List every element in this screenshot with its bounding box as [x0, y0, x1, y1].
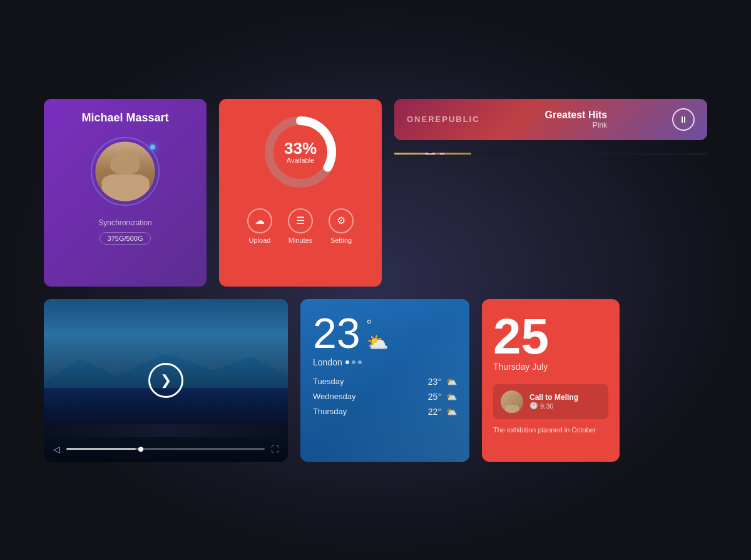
- music-info: Greatest Hits Pink: [545, 109, 608, 130]
- music-artist: Pink: [545, 121, 608, 130]
- city-name: London: [313, 357, 342, 367]
- profile-avatar-wrap: [91, 137, 160, 206]
- calendar-card: 25 Thursday July Call to Meling 🕐 9:30 T…: [482, 299, 620, 462]
- calendar-day-info: Thursday July: [493, 362, 608, 372]
- day-thursday: Thursday: [313, 407, 428, 416]
- donut-chart: 33% Available: [260, 111, 341, 193]
- pause-button[interactable]: ⏸: [672, 108, 695, 131]
- day-wednesday: Wednesday: [313, 392, 428, 401]
- icon-thursday: ⛅: [446, 407, 457, 417]
- video-controls: ◁ ⛶: [44, 437, 288, 462]
- photo-dog[interactable]: 🐕: [394, 153, 471, 155]
- temp-wednesday: 25°: [428, 392, 441, 402]
- progress-dot: [138, 447, 143, 452]
- rewind-button[interactable]: ◁: [53, 444, 60, 454]
- music-album: Greatest Hits: [545, 109, 608, 121]
- music-content: ONEREPUBLIC Greatest Hits Pink ⏸: [394, 99, 707, 140]
- play-button[interactable]: ❯: [148, 363, 183, 398]
- fullscreen-button[interactable]: ⛶: [271, 445, 278, 454]
- setting-action[interactable]: ⚙ Setting: [329, 208, 354, 244]
- music-card: ONEREPUBLIC Greatest Hits Pink ⏸: [394, 99, 707, 140]
- calendar-event[interactable]: Call to Meling 🕐 9:30: [493, 384, 608, 419]
- donut-available-label: Available: [284, 156, 317, 164]
- calendar-day-number: 25: [493, 312, 608, 362]
- progress-thumb: [66, 448, 136, 450]
- avatar: [96, 141, 155, 201]
- nav-dot-1[interactable]: [345, 360, 349, 364]
- sync-label: Synchronization: [98, 218, 151, 227]
- donut-center: 33% Available: [284, 140, 317, 164]
- donut-percent: 33%: [284, 140, 317, 156]
- weather-right: ° ⛅: [367, 312, 389, 353]
- minutes-icon: ☰: [288, 208, 313, 233]
- forecast-row-tuesday: Tuesday 23° ⛅: [313, 377, 457, 387]
- degree-symbol: °: [367, 318, 372, 332]
- weather-temperature: 23: [313, 312, 360, 354]
- upload-label: Upload: [249, 237, 271, 244]
- icon-wednesday: ⛅: [446, 392, 457, 402]
- day-tuesday: Tuesday: [313, 377, 428, 386]
- upload-action[interactable]: ☁ Upload: [247, 208, 272, 244]
- forecast-row-thursday: Thursday 22° ⛅: [313, 407, 457, 417]
- donut-card: 33% Available ☁ Upload ☰ Minutes ⚙ Setti…: [219, 99, 382, 287]
- temp-thursday: 22°: [428, 407, 441, 417]
- upload-icon: ☁: [247, 208, 272, 233]
- profile-name: Michael Massart: [81, 111, 168, 125]
- profile-card: Michael Massart Synchronization 375G/500…: [44, 99, 207, 287]
- event-time-value: 9:30: [540, 402, 553, 410]
- storage-badge: 375G/500G: [100, 232, 151, 245]
- nav-dot-3[interactable]: [358, 360, 362, 364]
- photo-grid: 🐕: [394, 153, 707, 155]
- calendar-note: The exhibition planned in October: [493, 425, 608, 435]
- avatar-face: [96, 141, 155, 201]
- weather-nav-dots: [345, 360, 362, 364]
- nav-dot-2[interactable]: [352, 360, 355, 364]
- minutes-label: Minutes: [289, 237, 313, 244]
- setting-icon: ⚙: [329, 208, 354, 233]
- setting-label: Setting: [330, 237, 352, 244]
- video-progress-bar[interactable]: [66, 448, 265, 450]
- icon-tuesday: ⛅: [446, 377, 457, 387]
- calendar-month-val: July: [532, 362, 548, 372]
- event-avatar: [501, 390, 523, 413]
- video-card: ❯ ◁ ⛶: [44, 299, 288, 462]
- weather-main: 23 ° ⛅: [313, 312, 457, 354]
- weather-city: London: [313, 357, 457, 367]
- temp-tuesday: 23°: [428, 377, 441, 387]
- event-details: Call to Meling 🕐 9:30: [529, 393, 601, 410]
- weather-icon: ⛅: [367, 332, 389, 353]
- clock-icon: 🕐: [529, 402, 538, 410]
- forecast-row-wednesday: Wednesday 25° ⛅: [313, 392, 457, 402]
- event-time: 🕐 9:30: [529, 402, 601, 410]
- music-band: ONEREPUBLIC: [407, 115, 480, 124]
- minutes-action[interactable]: ☰ Minutes: [288, 208, 313, 244]
- donut-actions: ☁ Upload ☰ Minutes ⚙ Setting: [247, 208, 354, 244]
- temp-value: 23: [313, 309, 360, 357]
- weather-card: 23 ° ⛅ London Tuesday 23° ⛅: [300, 299, 469, 462]
- right-top-column: ONEREPUBLIC Greatest Hits Pink ⏸ 🐕: [394, 99, 707, 155]
- calendar-day-name: Thursday: [493, 362, 529, 372]
- event-title: Call to Meling: [529, 393, 601, 402]
- weather-forecast: Tuesday 23° ⛅ Wednesday 25° ⛅ Thursday 2…: [313, 377, 457, 417]
